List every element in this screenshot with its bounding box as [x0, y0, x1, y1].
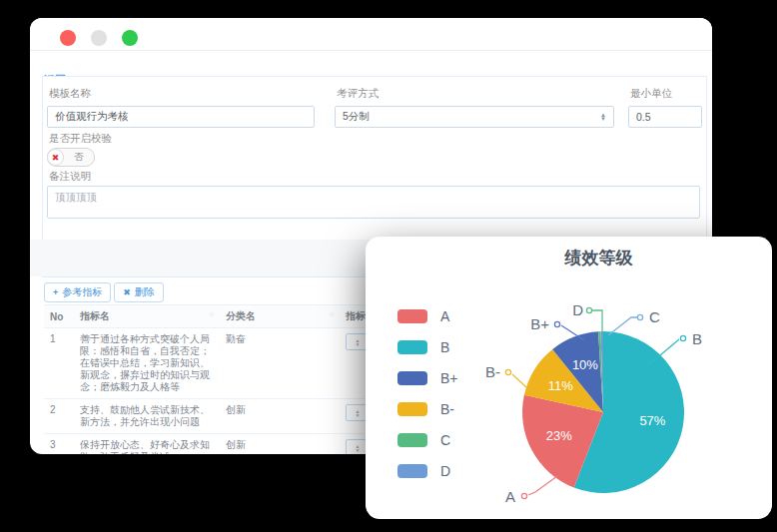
indicator-name-cell: 保持开放心态、好奇心及求知欲，敢于质疑及尝试 [74, 434, 220, 455]
remark-value: 顶顶顶顶 [55, 191, 97, 203]
svg-text:B+: B+ [530, 315, 549, 332]
svg-text:C: C [649, 308, 660, 325]
close-window-icon[interactable] [60, 30, 76, 46]
leader-C: C [608, 308, 660, 335]
minimize-window-icon[interactable] [91, 30, 107, 46]
svg-text:B: B [692, 330, 702, 347]
sort-icon[interactable]: ○ [330, 310, 334, 317]
validation-label: 是否开启校验 [49, 132, 112, 146]
leader-D: D [572, 301, 602, 332]
indicator-name-cell: 善于通过各种方式突破个人局限：感悟和自省，自我否定；在错误中总结，学习新知识、新… [74, 328, 220, 399]
pie-percent-label: 10% [572, 357, 598, 372]
template-name-value: 价值观行为考核 [55, 110, 129, 124]
svg-text:D: D [572, 301, 583, 318]
remark-label: 备注说明 [49, 170, 91, 184]
toggle-state-label: 否 [64, 151, 94, 164]
leader-B-minus: B- [485, 363, 526, 387]
svg-text:A: A [505, 488, 515, 505]
maximize-window-icon[interactable] [122, 30, 138, 46]
min-unit-input[interactable]: 0.5 [628, 106, 702, 128]
row-number-cell: 3 [44, 434, 74, 455]
eval-method-label: 考评方式 [337, 87, 379, 101]
pie-percent-label: 23% [546, 428, 572, 443]
validation-toggle[interactable]: ✖ 否 [47, 148, 95, 167]
stepper-down-icon[interactable]: ▼ [356, 413, 361, 417]
row-number-cell: 1 [44, 328, 74, 399]
indicator-name-cell: 支持、鼓励他人尝试新技术、新方法，并允许出现小问题 [74, 399, 220, 434]
select-arrows-icon: ▲▼ [600, 113, 606, 121]
row-number-cell: 2 [44, 399, 74, 434]
performance-chart-card: 绩效等级 ABB+B-CD 57%23%11%10% D C B B+ B- [366, 237, 772, 519]
plus-icon: + [53, 287, 58, 297]
stepper-down-icon[interactable]: ▼ [356, 448, 361, 452]
remark-textarea[interactable]: 顶顶顶顶 [47, 186, 700, 219]
table-toolbar: + 参考指标 ✖ 删除 [44, 282, 164, 302]
category-name-cell: 创新 [220, 434, 340, 455]
template-name-label: 模板名称 [49, 87, 91, 101]
category-name-cell: 创新 [220, 399, 340, 434]
leader-A: A [505, 476, 557, 505]
category-name-cell: 勤奋 [220, 328, 340, 399]
delete-button[interactable]: ✖ 删除 [114, 282, 164, 302]
window-titlebar [30, 18, 712, 51]
template-name-input[interactable]: 价值观行为考核 [47, 106, 315, 128]
column-header: No [44, 305, 74, 328]
pie-percent-label: 57% [639, 413, 665, 428]
sort-icon[interactable]: ○ [210, 310, 214, 317]
delete-label: 删除 [135, 285, 155, 299]
min-unit-label: 最小单位 [630, 87, 672, 101]
column-header[interactable]: 指标名○ [74, 305, 220, 328]
svg-text:B-: B- [485, 363, 500, 380]
add-indicator-button[interactable]: + 参考指标 [44, 282, 111, 302]
eval-method-select[interactable]: 5分制 ▲▼ [335, 106, 614, 128]
form-panel: 模板名称 价值观行为考核 考评方式 5分制 ▲▼ 最小单位 0.5 是否开启校验… [42, 76, 707, 242]
pie-percent-label: 11% [548, 378, 573, 393]
delete-x-icon: ✖ [123, 287, 131, 297]
stepper-down-icon[interactable]: ▼ [356, 342, 361, 346]
add-indicator-label: 参考指标 [62, 285, 102, 299]
pie-chart: 57%23%11%10% D C B B+ B- [366, 237, 772, 519]
eval-method-value: 5分制 [343, 110, 370, 124]
toggle-x-icon: ✖ [47, 149, 64, 166]
column-header[interactable]: 分类名○ [220, 305, 340, 328]
min-unit-value: 0.5 [636, 111, 651, 123]
